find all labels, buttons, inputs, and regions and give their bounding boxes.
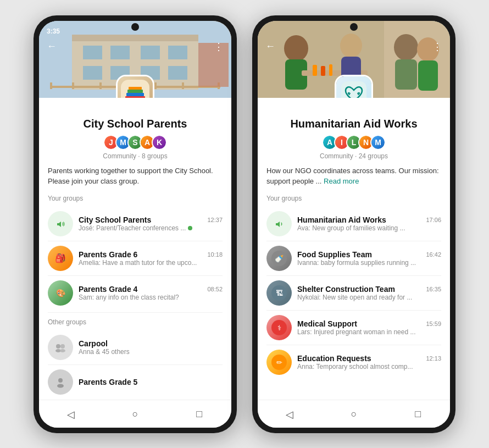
group-info-education: Education Requests 12:13 Anna: Temporary…: [297, 354, 441, 370]
phone-1-community-label: Community · 8 groups: [48, 152, 223, 160]
group-icon-grade6: 🎒: [48, 246, 73, 271]
phone-2-nav-home[interactable]: ○: [346, 407, 362, 422]
svg-point-38: [58, 378, 63, 383]
group-info-medical: Medical Support 15:59 Lars: Injured preg…: [297, 319, 441, 336]
svg-rect-18: [182, 82, 184, 89]
svg-rect-7: [83, 66, 102, 80]
phone-1-your-groups-label: Your groups: [48, 195, 223, 202]
svg-point-42: [284, 35, 308, 62]
phone-2-nav-bar: ◁ ○ □: [258, 400, 450, 428]
svg-rect-23: [126, 93, 144, 96]
phone-2-profile-avatar: [335, 75, 373, 98]
phone-1-separator: [48, 312, 223, 313]
group-info-carpool: Carpool Anna & 45 others: [79, 339, 223, 356]
group-info-grade6: Parents Grade 6 10:18 Amelia: Have a mat…: [79, 250, 223, 267]
group-name-haw: Humanitarian Aid Works 17:06: [297, 215, 441, 224]
group-item-grade4[interactable]: 🎨 Parents Grade 4 08:52 Sam: any info on…: [48, 276, 223, 310]
group-preview-haw: Ava: New group of families waiting ...: [297, 224, 441, 232]
phone-1-your-groups-list: City School Parents 12:37 José: Parent/T…: [48, 207, 223, 310]
phone-1-other-groups-label: Other groups: [48, 318, 223, 326]
phone-2-back-button[interactable]: ←: [265, 41, 275, 52]
nav-recent-icon-2: □: [415, 408, 421, 420]
group-preview-carpool: Anna & 45 others: [79, 348, 223, 356]
phone-2-nav-back[interactable]: ◁: [282, 407, 297, 422]
svg-rect-51: [329, 64, 332, 76]
nav-home-icon-2: ○: [351, 408, 357, 420]
group-item-medical[interactable]: ⚕ Medical Support 15:59 Lars: Injured pr…: [266, 311, 441, 345]
group-name-grade6: Parents Grade 6 10:18: [79, 250, 223, 259]
phone-2-nav-recent[interactable]: □: [410, 407, 426, 422]
svg-rect-13: [50, 82, 52, 89]
group-name-grade4: Parents Grade 4 08:52: [79, 285, 223, 294]
phone-2-content: Humanitarian Aid Works A I L N M Communi…: [258, 98, 450, 400]
svg-rect-15: [99, 82, 102, 89]
group-item-city-school[interactable]: City School Parents 12:37 José: Parent/T…: [48, 207, 223, 241]
phone-1: 3:35 ← ⋮: [34, 15, 237, 433]
group-icon-shelter: 🏗: [266, 280, 292, 306]
phone-1-nav-back[interactable]: ◁: [63, 407, 79, 422]
group-name-city-school: City School Parents 12:37: [79, 215, 223, 224]
phone-1-description: Parents working together to support the …: [48, 165, 223, 187]
phone-2-your-groups-list: Humanitarian Aid Works 17:06 Ava: New gr…: [266, 207, 441, 379]
svg-rect-17: [154, 82, 157, 89]
group-info-haw: Humanitarian Aid Works 17:06 Ava: New gr…: [297, 215, 441, 232]
group-item-haw[interactable]: Humanitarian Aid Works 17:06 Ava: New gr…: [266, 207, 441, 241]
group-icon-megaphone-1: [48, 211, 73, 236]
phone-1-back-button[interactable]: ←: [47, 41, 57, 52]
phone-1-content: City School Parents J M S A K Community …: [39, 98, 231, 400]
group-item-carpool[interactable]: Carpool Anna & 45 others: [48, 330, 223, 365]
phone-1-other-groups-list: Carpool Anna & 45 others: [48, 330, 223, 399]
group-preview-shelter: Nykolai: New site open and ready for ...: [297, 294, 441, 301]
phone-2-more-button[interactable]: ⋮: [432, 41, 442, 53]
group-info-food: Food Supplies Team 16:42 Ivanna: baby fo…: [297, 250, 441, 267]
phone-2-member-avatars: A I L N M: [266, 135, 441, 150]
group-name-carpool: Carpool: [79, 339, 223, 348]
svg-rect-24: [127, 90, 143, 93]
group-preview-education: Anna: Temporary school almost comp...: [297, 363, 441, 370]
group-preview-city-school: José: Parent/Teacher conferences ...: [79, 224, 223, 232]
svg-text:🍼: 🍼: [275, 254, 284, 263]
svg-rect-25: [129, 87, 142, 90]
phone-1-member-avatars: J M S A K: [48, 135, 223, 150]
svg-text:🎨: 🎨: [56, 289, 66, 298]
phone-1-header-bg: 3:35 ← ⋮: [39, 21, 231, 98]
group-icon-carpool: [48, 335, 73, 360]
svg-rect-2: [72, 35, 198, 41]
group-item-grade5[interactable]: Parents Grade 5: [48, 365, 223, 399]
phone-1-nav-home[interactable]: ○: [127, 407, 143, 422]
nav-home-icon: ○: [132, 408, 138, 420]
phone-2-your-groups-label: Your groups: [266, 195, 441, 202]
svg-rect-49: [313, 65, 317, 76]
svg-rect-54: [418, 60, 438, 91]
svg-text:🎒: 🎒: [55, 253, 66, 263]
svg-rect-10: [168, 66, 187, 80]
group-icon-grade5: [48, 369, 73, 395]
svg-text:⚕: ⚕: [277, 324, 281, 332]
phone-2: ← ⋮: [252, 15, 455, 433]
group-icon-education: ✏: [266, 350, 292, 375]
group-icon-medical: ⚕: [266, 315, 292, 340]
phone-1-screen: 3:35 ← ⋮: [39, 21, 231, 428]
phone-1-nav-recent[interactable]: □: [192, 407, 207, 422]
group-preview-grade4: Sam: any info on the class recital?: [79, 294, 223, 301]
group-name-education: Education Requests 12:13: [297, 354, 441, 363]
group-info-city-school: City School Parents 12:37 José: Parent/T…: [79, 215, 223, 232]
group-item-shelter[interactable]: 🏗 Shelter Construction Team 16:35 Nykola…: [266, 276, 441, 311]
group-info-shelter: Shelter Construction Team 16:35 Nykolai:…: [297, 285, 441, 301]
svg-rect-52: [384, 21, 450, 98]
svg-point-32: [53, 340, 68, 355]
phone-2-read-more[interactable]: Read more: [324, 177, 359, 185]
group-preview-grade6: Amelia: Have a math tutor for the upco..…: [79, 259, 223, 267]
phone-2-screen: ← ⋮: [258, 21, 450, 428]
group-preview-food: Ivanna: baby formula supplies running ..…: [297, 259, 441, 267]
svg-rect-22: [125, 96, 145, 98]
phone-2-description: How our NGO coordinates across teams. Ou…: [266, 165, 441, 187]
group-item-grade6[interactable]: 🎒 Parents Grade 6 10:18 Amelia: Have a m…: [48, 241, 223, 276]
group-item-education[interactable]: ✏ Education Requests 12:13 Anna: Tempora…: [266, 345, 441, 379]
svg-point-33: [56, 344, 60, 349]
online-indicator: [188, 226, 192, 230]
group-name-shelter: Shelter Construction Team 16:35: [297, 285, 441, 294]
group-item-food[interactable]: 🍼 Food Supplies Team 16:42 Ivanna: baby …: [266, 241, 441, 276]
phone-1-profile-avatar: [116, 75, 154, 98]
phone-1-more-button[interactable]: ⋮: [214, 41, 224, 53]
